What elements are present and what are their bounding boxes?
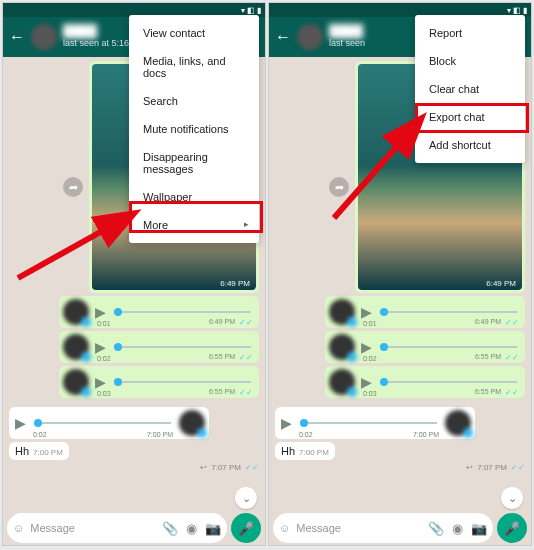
avatar xyxy=(179,410,205,436)
scroll-down-button[interactable]: ⌄ xyxy=(235,487,257,509)
message-input[interactable]: ☺ Message 📎 ◉ 📷 xyxy=(273,513,493,543)
read-ticks-icon: ✓✓ xyxy=(239,353,253,362)
msg-time: 6:49 PM xyxy=(220,279,250,288)
reply-icon: ↩ xyxy=(200,463,207,472)
menu-block[interactable]: Block xyxy=(415,47,525,75)
avatar[interactable] xyxy=(31,24,57,50)
text-message[interactable]: Hh 7:00 PM xyxy=(275,442,335,460)
read-ticks-icon: ✓✓ xyxy=(505,353,519,362)
avatar xyxy=(329,299,355,325)
phone-left: ▾ ◧ ▮ ← ████ last seen at 5:16 ▢ ✆ ⋮ ➦ 6… xyxy=(2,2,266,546)
menu-export-chat[interactable]: Export chat xyxy=(415,103,525,131)
avatar xyxy=(445,410,471,436)
back-icon[interactable]: ← xyxy=(9,28,25,46)
msg-text: Hh xyxy=(281,445,295,457)
voice-message-incoming[interactable]: ▶ 0:02 7:00 PM xyxy=(9,407,209,439)
msg-time: 7:00 PM xyxy=(33,448,63,457)
voice-duration: 0:03 xyxy=(363,390,377,397)
input-placeholder: Message xyxy=(30,522,156,534)
avatar xyxy=(329,334,355,360)
read-ticks-icon: ✓✓ xyxy=(505,388,519,397)
emoji-icon[interactable]: ☺ xyxy=(279,522,290,534)
play-icon[interactable]: ▶ xyxy=(361,304,372,320)
play-icon[interactable]: ▶ xyxy=(281,415,292,431)
emoji-icon[interactable]: ☺ xyxy=(13,522,24,534)
camera-icon[interactable]: 📷 xyxy=(471,521,487,536)
menu-media[interactable]: Media, links, and docs xyxy=(129,47,259,87)
play-icon[interactable]: ▶ xyxy=(95,374,106,390)
voice-message-incoming[interactable]: ▶ 0:02 7:00 PM xyxy=(275,407,475,439)
attach-icon[interactable]: 📎 xyxy=(428,521,444,536)
forward-icon[interactable]: ➦ xyxy=(329,177,349,197)
voice-message[interactable]: ▶ 0:03 6:55 PM✓✓ xyxy=(59,366,259,398)
input-placeholder: Message xyxy=(296,522,422,534)
voice-duration: 0:01 xyxy=(363,320,377,327)
play-icon[interactable]: ▶ xyxy=(361,339,372,355)
msg-text: Hh xyxy=(15,445,29,457)
input-bar: ☺ Message 📎 ◉ 📷 🎤 xyxy=(7,513,261,543)
menu-wallpaper[interactable]: Wallpaper xyxy=(129,183,259,211)
msg-time: 6:49 PM xyxy=(486,279,516,288)
read-ticks-icon: ✓✓ xyxy=(505,318,519,327)
play-icon[interactable]: ▶ xyxy=(15,415,26,431)
read-ticks-icon: ✓✓ xyxy=(511,463,525,472)
attach-icon[interactable]: 📎 xyxy=(162,521,178,536)
play-icon[interactable]: ▶ xyxy=(361,374,372,390)
message-input[interactable]: ☺ Message 📎 ◉ 📷 xyxy=(7,513,227,543)
forward-icon[interactable]: ➦ xyxy=(63,177,83,197)
phone-right: ▾ ◧ ▮ ← ████ last seen ▢ ✆ ⋮ ➦ 6:49 PM ▶… xyxy=(268,2,532,546)
avatar xyxy=(63,299,89,325)
back-icon[interactable]: ← xyxy=(275,28,291,46)
msg-time: 7:00 PM xyxy=(299,448,329,457)
avatar[interactable] xyxy=(297,24,323,50)
menu-add-shortcut[interactable]: Add shortcut xyxy=(415,131,525,159)
voice-duration: 0:02 xyxy=(363,355,377,362)
avatar xyxy=(63,369,89,395)
menu-more[interactable]: More ▸ xyxy=(129,211,259,239)
menu-disappearing[interactable]: Disappearing messages xyxy=(129,143,259,183)
read-ticks-icon: ✓✓ xyxy=(239,388,253,397)
voice-duration: 0:02 xyxy=(299,431,313,438)
payment-icon[interactable]: ◉ xyxy=(452,521,463,536)
reply-indicator: ↩ 7:07 PM ✓✓ xyxy=(200,463,259,472)
menu-clear-chat[interactable]: Clear chat xyxy=(415,75,525,103)
voice-message[interactable]: ▶ 0:01 6:49 PM✓✓ xyxy=(325,296,525,328)
scroll-down-button[interactable]: ⌄ xyxy=(501,487,523,509)
voice-message[interactable]: ▶ 0:02 6:55 PM✓✓ xyxy=(325,331,525,363)
voice-duration: 0:02 xyxy=(97,355,111,362)
menu-mute[interactable]: Mute notifications xyxy=(129,115,259,143)
read-ticks-icon: ✓✓ xyxy=(239,318,253,327)
voice-duration: 0:03 xyxy=(97,390,111,397)
avatar xyxy=(329,369,355,395)
read-ticks-icon: ✓✓ xyxy=(245,463,259,472)
menu-view-contact[interactable]: View contact xyxy=(129,19,259,47)
play-icon[interactable]: ▶ xyxy=(95,304,106,320)
context-menu-more: Report Block Clear chat Export chat Add … xyxy=(415,15,525,163)
camera-icon[interactable]: 📷 xyxy=(205,521,221,536)
mic-button[interactable]: 🎤 xyxy=(497,513,527,543)
avatar xyxy=(63,334,89,360)
text-message[interactable]: Hh 7:00 PM xyxy=(9,442,69,460)
chevron-right-icon: ▸ xyxy=(244,219,249,229)
reply-indicator: ↩ 7:07 PM ✓✓ xyxy=(466,463,525,472)
voice-message[interactable]: ▶ 0:01 6:49 PM✓✓ xyxy=(59,296,259,328)
voice-message[interactable]: ▶ 0:02 6:55 PM✓✓ xyxy=(59,331,259,363)
mic-button[interactable]: 🎤 xyxy=(231,513,261,543)
payment-icon[interactable]: ◉ xyxy=(186,521,197,536)
voice-duration: 0:02 xyxy=(33,431,47,438)
menu-report[interactable]: Report xyxy=(415,19,525,47)
reply-icon: ↩ xyxy=(466,463,473,472)
voice-message[interactable]: ▶ 0:03 6:55 PM✓✓ xyxy=(325,366,525,398)
voice-duration: 0:01 xyxy=(97,320,111,327)
play-icon[interactable]: ▶ xyxy=(95,339,106,355)
context-menu: View contact Media, links, and docs Sear… xyxy=(129,15,259,243)
input-bar: ☺ Message 📎 ◉ 📷 🎤 xyxy=(273,513,527,543)
menu-search[interactable]: Search xyxy=(129,87,259,115)
